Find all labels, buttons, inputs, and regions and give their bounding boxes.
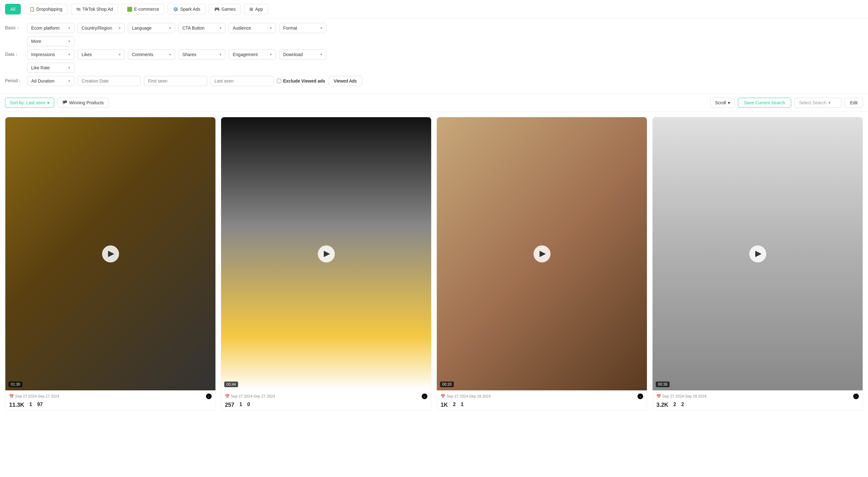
scroll-button[interactable]: Scroll ▾ [710,98,735,108]
edit-button[interactable]: Edit [845,98,863,108]
chevron-down-icon: ▾ [169,26,171,30]
format-dropdown[interactable]: Format ▾ [279,23,326,33]
tiktok-icon: ♪ [206,393,212,399]
exclude-viewed-ads-checkbox-label[interactable]: Exclude Viewed ads [277,79,326,84]
more-dropdown[interactable]: More ▾ [27,36,74,46]
calendar-icon: 📅 [225,394,229,398]
toolbar-right: Scroll ▾ Save Current Search Select Sear… [710,98,863,108]
audience-dropdown[interactable]: Audience ▾ [229,23,276,33]
tab-ecommerce-label: E-commerce [134,7,159,12]
download-dropdown[interactable]: Download ▾ [279,50,326,60]
list-item: 00:39 📅 Sep 27 2024-Sep 28 2024 ♪ 3.2K 2… [652,117,863,411]
like-rate-dropdown[interactable]: Like Rate ▾ [27,63,74,73]
card-thumbnail[interactable]: 00:44 [221,117,431,390]
likes-dropdown[interactable]: Likes ▾ [78,50,125,60]
stat-likes: 2 [673,402,676,408]
tab-dropshipping[interactable]: 📋 Dropshipping [24,4,68,14]
tab-app-icon: ⊞ [249,7,253,12]
chevron-down-icon: ▾ [47,100,50,105]
save-current-search-button[interactable]: Save Current Search [738,98,791,108]
basic-label: Basic： [5,25,24,31]
impressions-dropdown[interactable]: Impressions ▾ [27,50,74,60]
cards-grid: 01:30 📅 Sep 27 2024-Sep 27 2024 ♪ 11.3K … [0,112,868,416]
tab-tiktok-shop[interactable]: 🛍 TikTok Shop Ad [71,4,118,14]
tab-ecommerce-icon: 🟩 [127,7,132,12]
tab-dropshipping-icon: 📋 [29,7,35,12]
period-filter-row: Period： Ad Duration ▾ Exclude Viewed ads… [5,76,863,86]
card-date: 📅 Sep 27 2024-Sep 28 2024 [441,394,491,398]
tab-ecommerce[interactable]: 🟩 E-commerce [122,4,164,14]
calendar-icon: 📅 [9,394,14,398]
select-search-button[interactable]: Select Search ▾ [794,98,841,108]
play-button[interactable] [318,245,335,263]
chevron-down-icon: ▾ [320,52,322,57]
winning-label: Winning Products [69,100,104,105]
calendar-icon: 📅 [441,394,445,398]
exclude-label: Exclude Viewed ads [283,79,326,84]
card-thumbnail[interactable]: 01:30 [5,117,215,390]
tab-tiktok-icon: 🛍 [76,7,81,12]
card-bg [437,117,647,390]
tab-dropshipping-label: Dropshipping [36,7,63,12]
chevron-down-icon: ▾ [169,52,171,57]
cta-button-dropdown[interactable]: CTA Button ▾ [178,23,225,33]
duration-badge: 00:39 [656,382,670,387]
tab-spark-label: Spark Ads [180,7,200,12]
tiktok-icon: ♪ [638,393,643,399]
chevron-down-icon: ▾ [728,100,730,105]
country-region-dropdown[interactable]: Country/Region ▾ [78,23,125,33]
card-date-row: 📅 Sep 27 2024-Sep 27 2024 ♪ [9,393,212,399]
last-seen-input[interactable] [210,76,274,86]
card-date: 📅 Sep 27 2024-Sep 28 2024 [656,394,707,398]
play-button[interactable] [102,245,119,263]
stat-comments: 1 [461,402,464,408]
tab-app-label: App [255,7,263,12]
ecom-platform-dropdown[interactable]: Ecom platform ▾ [27,23,74,33]
card-footer: 📅 Sep 27 2024-Sep 28 2024 ♪ 1K 2 1 [437,390,647,410]
stat-views: 257 [225,402,234,408]
filters-section: Basic： Ecom platform ▾ Country/Region ▾ … [0,19,868,94]
tab-games-icon: 🎮 [214,7,219,12]
engagement-dropdown[interactable]: Engagement ▾ [229,50,276,60]
chevron-down-icon: ▾ [219,52,221,57]
card-thumbnail[interactable]: 00:20 [437,117,647,390]
tab-spark-icon: ⚙️ [173,7,178,12]
data-filter-row-2: Like Rate ▾ [5,63,863,73]
data-label: Data： [5,52,24,57]
language-dropdown[interactable]: Language ▾ [128,23,175,33]
creation-date-input[interactable] [78,76,141,86]
ad-duration-dropdown[interactable]: Ad Duration ▾ [27,76,74,86]
stat-comments: 0 [247,402,250,408]
stat-likes: 1 [239,402,242,408]
card-bg [5,117,215,390]
card-thumbnail[interactable]: 00:39 [653,117,863,390]
shares-dropdown[interactable]: Shares ▾ [178,50,225,60]
chevron-down-icon: ▾ [68,79,70,83]
tab-app[interactable]: ⊞ App [244,4,268,14]
chevron-down-icon: ▾ [68,65,70,70]
stat-comments: 97 [37,402,43,408]
play-button[interactable] [533,245,551,263]
tab-all[interactable]: All [5,4,21,14]
basic-filter-row-2: More ▾ [5,36,863,46]
card-date: 📅 Sep 27 2024-Sep 27 2024 [225,394,275,398]
card-date-row: 📅 Sep 27 2024-Sep 28 2024 ♪ [656,393,859,399]
first-seen-input[interactable] [144,76,207,86]
chevron-down-icon: ▾ [270,52,272,57]
card-stats: 1K 2 1 [441,402,643,408]
winning-products-button[interactable]: 🏴 Winning Products [57,98,108,108]
exclude-viewed-ads-checkbox[interactable] [277,79,281,83]
comments-dropdown[interactable]: Comments ▾ [128,50,175,60]
play-icon [324,251,330,257]
play-button[interactable] [749,245,766,263]
tab-spark-ads[interactable]: ⚙️ Spark Ads [167,4,206,14]
period-label: Period： [5,78,24,84]
tab-games[interactable]: 🎮 Games [209,4,241,14]
duration-badge: 00:44 [224,382,238,387]
calendar-icon: 📅 [656,394,661,398]
stat-likes: 1 [29,402,32,408]
sort-button[interactable]: Sort by: Last seen ▾ [5,98,54,108]
viewed-ads-button[interactable]: Viewed Ads [329,76,362,86]
basic-filter-row-1: Basic： Ecom platform ▾ Country/Region ▾ … [5,23,863,33]
tab-all-label: All [10,7,16,12]
